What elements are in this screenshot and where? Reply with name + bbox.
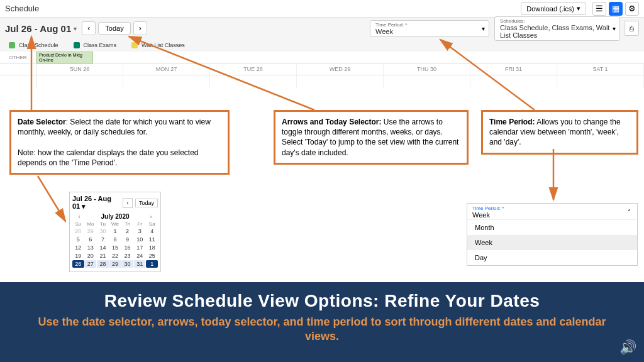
mini-dow: Tu [97, 221, 109, 227]
legend-item: Wait List Classes [131, 42, 185, 48]
mini-day[interactable]: 15 [109, 244, 121, 251]
mini-dow: We [109, 221, 121, 227]
day-header: TUE 28 [210, 64, 297, 75]
mini-day[interactable]: 11 [146, 236, 158, 243]
mini-today-button[interactable]: Today [135, 199, 158, 207]
mini-calendar: Jul 26 - Aug 01 ▾ ‹ Today ‹ July 2020 › … [69, 192, 161, 272]
mini-dow: Th [121, 221, 133, 227]
mini-day[interactable]: 20 [85, 252, 97, 260]
mini-day[interactable]: 17 [134, 244, 146, 251]
mini-day[interactable]: 14 [97, 244, 109, 251]
mini-grid: SuMoTuWeThFrSa28293012345678910111213141… [72, 221, 158, 268]
swatch-icon [131, 42, 138, 48]
mini-day[interactable]: 18 [146, 244, 158, 251]
month-prev-button[interactable]: ‹ [75, 214, 84, 220]
mini-day[interactable]: 30 [121, 260, 133, 268]
mini-day[interactable]: 12 [72, 244, 84, 251]
mini-day[interactable]: 16 [121, 244, 133, 251]
callout-time-period: Time Period: Allows you to change the ca… [481, 110, 638, 155]
mini-dow: Su [72, 221, 84, 227]
mini-day[interactable]: 24 [134, 252, 146, 260]
chevron-down-icon: ▾ [577, 4, 580, 13]
next-button[interactable]: › [133, 21, 147, 35]
month-next-button[interactable]: › [147, 214, 155, 220]
mini-prev-button[interactable]: ‹ [123, 198, 133, 208]
svg-line-1 [38, 176, 65, 221]
time-period-popout: Time Period: * Week ˄ Month Week Day [467, 203, 638, 266]
mini-day[interactable]: 5 [72, 236, 84, 243]
chevron-down-icon[interactable]: ▾ [74, 25, 77, 32]
mini-day[interactable]: 25 [146, 252, 158, 260]
mini-day[interactable]: 1 [109, 228, 121, 235]
chevron-down-icon: ▾ [482, 25, 485, 32]
speaker-icon: 🔊 [619, 339, 636, 356]
swatch-icon [9, 42, 15, 48]
mini-day[interactable]: 26 [72, 260, 84, 268]
mini-day[interactable]: 1 [146, 260, 158, 268]
mini-day[interactable]: 8 [109, 236, 121, 243]
chevron-down-icon: ▾ [613, 25, 616, 32]
list-view-button[interactable]: ☰ [592, 2, 606, 16]
calendar-icon: ▦ [612, 4, 619, 13]
calendar-body [0, 75, 644, 88]
tp-option-week[interactable]: Week [467, 235, 637, 250]
page-title: Schedule [5, 4, 521, 13]
mini-day[interactable]: 31 [134, 260, 146, 268]
schedules-dropdown[interactable]: Schedules: Class Schedule, Class Exams, … [494, 16, 620, 41]
mini-day[interactable]: 28 [72, 228, 84, 235]
day-header: SUN 26 [36, 64, 123, 75]
today-button[interactable]: Today [98, 22, 130, 35]
banner-subtitle: Use the date selector, arrows, today sel… [25, 315, 619, 344]
mini-range[interactable]: Jul 26 - Aug 01 ▾ [72, 195, 120, 211]
callout-date-selector: Date Selector: Select the date for which… [9, 110, 230, 175]
mini-day[interactable]: 7 [97, 236, 109, 243]
mini-day[interactable]: 10 [134, 236, 146, 243]
day-header: FRI 31 [470, 64, 557, 75]
day-header: THU 30 [384, 64, 470, 75]
mini-day[interactable]: 9 [121, 236, 133, 243]
mini-day[interactable]: 3 [134, 228, 146, 235]
printer-icon: ⎙ [630, 25, 634, 32]
top-bar: Schedule Download (.ics) ▾ ☰ ▦ ⚙ [0, 0, 644, 18]
date-range-label[interactable]: Jul 26 - Aug 01 [5, 23, 71, 34]
calendar-view-button[interactable]: ▦ [609, 2, 623, 16]
day-header: WED 29 [297, 64, 384, 75]
mini-day[interactable]: 29 [109, 260, 121, 268]
prev-button[interactable]: ‹ [82, 21, 96, 35]
tp-header[interactable]: Time Period: * Week ˄ [467, 204, 637, 220]
legend-item: Class Schedule [9, 42, 58, 48]
mini-day[interactable]: 27 [85, 260, 97, 268]
mini-day[interactable]: 19 [72, 252, 84, 260]
mini-month-label: July 2020 [101, 213, 129, 220]
mini-day[interactable]: 6 [85, 236, 97, 243]
print-button[interactable]: ⎙ [624, 21, 639, 36]
mini-day[interactable]: 2 [121, 228, 133, 235]
settings-button[interactable]: ⚙ [625, 2, 639, 16]
calendar-other-row: OTHER Product Devlo In Mktg On-line [0, 52, 644, 64]
swatch-icon [74, 42, 80, 48]
callout-arrows-today: Arrows and Today Selector: Use the arrow… [274, 110, 469, 165]
mini-day[interactable]: 21 [97, 252, 109, 260]
banner-title: Review Schedule View Options: Refine You… [25, 291, 619, 311]
footer-banner: Review Schedule View Options: Refine You… [0, 282, 644, 362]
mini-day[interactable]: 23 [121, 252, 133, 260]
mini-day[interactable]: 28 [97, 260, 109, 268]
mini-day[interactable]: 30 [97, 228, 109, 235]
mini-dow: Sa [146, 221, 158, 227]
download-button[interactable]: Download (.ics) ▾ [521, 2, 586, 15]
day-header: MON 27 [123, 64, 210, 75]
calendar-header: SUN 26 MON 27 TUE 28 WED 29 THU 30 FRI 3… [0, 64, 644, 75]
other-label: OTHER [0, 52, 36, 63]
mini-day[interactable]: 22 [109, 252, 121, 260]
event-block[interactable]: Product Devlo In Mktg On-line [36, 52, 93, 63]
mini-day[interactable]: 4 [146, 228, 158, 235]
day-header: SAT 1 [557, 64, 644, 75]
time-period-dropdown[interactable]: Time Period: * Week ▾ [370, 20, 489, 37]
mini-day[interactable]: 29 [85, 228, 97, 235]
tp-option-day[interactable]: Day [467, 250, 637, 265]
mini-day[interactable]: 13 [85, 244, 97, 251]
tp-option-month[interactable]: Month [467, 220, 637, 235]
legend-item: Class Exams [74, 42, 117, 48]
mini-dow: Fr [134, 221, 146, 227]
legend-row: Class Schedule Class Exams Wait List Cla… [0, 39, 644, 52]
